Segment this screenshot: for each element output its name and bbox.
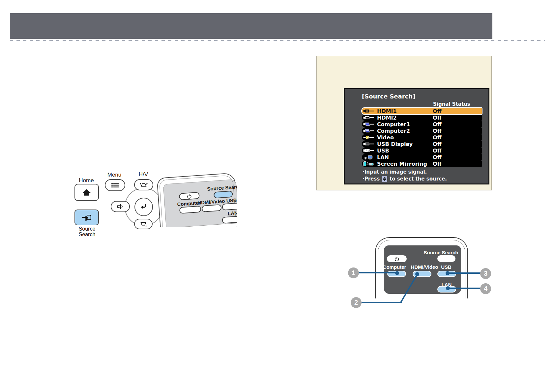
signal-status-value: Off [433, 128, 442, 134]
hint-line: ·Input an image signal. [363, 169, 447, 175]
source-row-hdmi2[interactable]: HDMI2 Off [362, 114, 482, 121]
callout-marker-4: 4 [480, 283, 491, 294]
menu-list-icon [111, 182, 119, 188]
menu-button-label: Menu [103, 172, 126, 178]
callout-dot-3 [446, 271, 450, 275]
callout-dot-2 [415, 272, 419, 276]
remote-shell: Source Search Computer HDMI/Video USB LA… [157, 173, 237, 227]
source-search-button[interactable] [74, 210, 99, 225]
callout-dot-4 [446, 286, 450, 290]
power-icon [187, 194, 192, 199]
source-label: USB [377, 148, 389, 154]
keystone-v-button[interactable] [134, 219, 153, 229]
source-label: LAN [377, 154, 389, 160]
source-label: HDMI2 [377, 115, 397, 121]
source-label: Video [377, 134, 394, 141]
vga-connector-icon [363, 128, 375, 133]
source-label: Computer2 [377, 128, 410, 134]
screen-mirroring-icon [363, 161, 375, 166]
callout-dot-1 [395, 271, 399, 275]
enter-button[interactable] [134, 198, 153, 216]
power-button[interactable] [387, 255, 407, 262]
usb-connector-icon [363, 148, 375, 153]
callout-marker-2: 2 [351, 297, 362, 308]
home-button-label: Home [70, 177, 103, 184]
signal-status-value: Off [433, 148, 442, 154]
source-search-button-label: Source [71, 226, 103, 232]
menu-title: [Source Search] [362, 93, 415, 100]
keystone-v-icon [139, 221, 148, 227]
source-row-usb[interactable]: USB Off [362, 147, 482, 154]
signal-status-value: Off [433, 154, 442, 160]
source-row-computer2[interactable]: Computer2 Off [362, 127, 482, 134]
source-label: HDMI1 [377, 108, 397, 114]
source-row-lan[interactable]: LAN Off [362, 154, 482, 160]
header-divider [10, 40, 545, 41]
source-row-video[interactable]: Video Off [362, 134, 482, 141]
enter-arrow-icon [139, 203, 148, 211]
source-row-hdmi1[interactable]: HDMI1 Off [362, 108, 482, 114]
callout-line-3 [446, 272, 481, 274]
hint-line: ·Press to select the source. [363, 176, 447, 182]
source-search-button[interactable] [437, 255, 455, 262]
manual-page: Home Source Search Menu [0, 0, 555, 392]
source-row-screen-mirroring[interactable]: Screen Mirroring Off [362, 160, 482, 167]
usb-button-label: USB [430, 264, 463, 270]
source-search-button[interactable] [214, 191, 233, 199]
vga-connector-icon [363, 122, 375, 127]
callout-marker-1: 1 [348, 267, 359, 278]
signal-status-value: Off [433, 121, 442, 127]
source-search-button-label: Search [71, 232, 103, 238]
keystone-h-icon [139, 182, 148, 188]
wireless-lan-icon [363, 154, 375, 160]
signal-status-value: Off [433, 115, 442, 121]
signal-status-value: Off [433, 134, 442, 141]
source-label: Screen Mirroring [377, 161, 427, 167]
source-row-computer1[interactable]: Computer1 Off [362, 121, 482, 127]
signal-status-value: Off [433, 161, 442, 167]
usb-button[interactable] [222, 203, 237, 210]
callout-line-1 [358, 272, 398, 273]
source-search-menu: [Source Search] Signal Status HDMI1 Off [344, 88, 489, 184]
header-bar [10, 13, 492, 39]
rca-connector-icon [363, 135, 375, 140]
hdmi-video-button[interactable] [201, 204, 221, 212]
signal-status-header: Signal Status [433, 101, 470, 107]
speaker-icon [117, 204, 124, 210]
lan-button[interactable] [222, 216, 237, 224]
power-button[interactable] [179, 192, 200, 200]
hint-select-text: to select the source. [390, 176, 447, 182]
remote-control-illustration: Source Search Computer HDMI/Video USB LA… [156, 164, 237, 227]
callout-marker-3: 3 [480, 268, 491, 279]
signal-status-value: Off [433, 108, 442, 114]
menu-button[interactable] [105, 179, 125, 191]
menu-hints: ·Input an image signal. ·Press to select… [363, 169, 447, 182]
power-icon [394, 257, 399, 261]
home-button[interactable] [74, 184, 99, 201]
hint-press-text: ·Press [363, 176, 380, 182]
source-label: Computer1 [377, 121, 410, 127]
remote-shell: Source Search Computer HDMI/Video USB LA… [375, 237, 468, 298]
source-row-usb-display[interactable]: USB Display Off [362, 141, 482, 147]
callout-line-2 [361, 302, 402, 303]
remote-control-callout-illustration: Source Search Computer HDMI/Video USB LA… [374, 235, 471, 298]
hv-keystone-label: H/V [133, 171, 153, 178]
hdmi-connector-icon [363, 108, 375, 114]
up-down-arrows-icon [382, 176, 387, 182]
computer-button-label: Computer [378, 264, 411, 270]
home-icon [82, 188, 91, 197]
source-label: USB Display [377, 141, 413, 147]
signal-status-value: Off [433, 141, 442, 147]
usb-connector-icon [363, 141, 375, 147]
source-search-button-label: Source Search [421, 250, 461, 255]
hv-keystone-button[interactable] [134, 179, 153, 190]
volume-button[interactable] [111, 201, 130, 212]
source-list: HDMI1 Off HDMI2 Off Compu [362, 108, 482, 167]
callout-line-4 [447, 288, 481, 289]
source-search-icon [81, 214, 92, 221]
hdmi-connector-icon [363, 115, 375, 120]
